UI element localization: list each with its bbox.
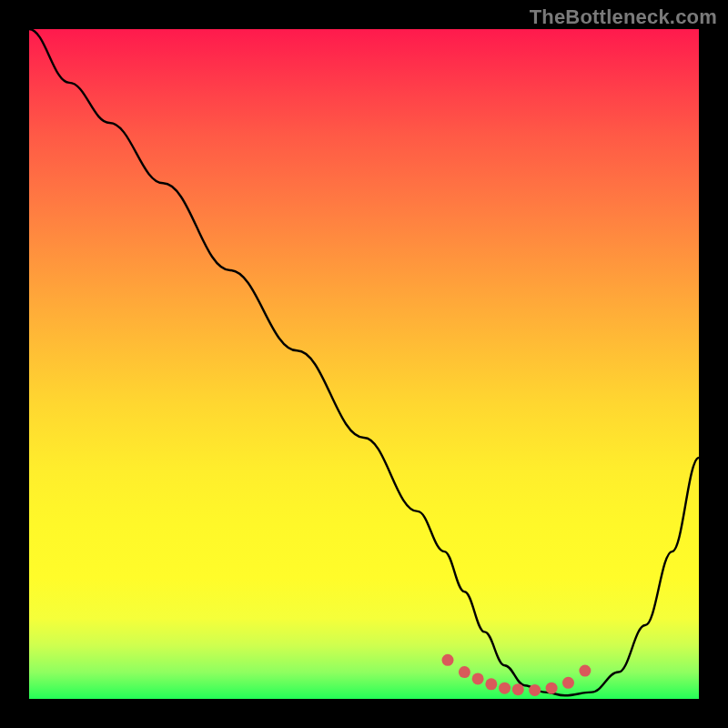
plot-area [29,29,699,699]
highlight-dot [512,683,524,695]
chart-container: TheBottleneck.com [0,0,728,728]
highlight-dot [546,682,558,694]
highlight-dot [579,665,591,677]
highlight-dot [529,684,541,696]
highlight-dot [499,682,511,694]
highlight-dot [442,654,454,666]
chart-svg [29,29,699,699]
highlight-dot [459,666,470,678]
bottleneck-curve [29,29,699,695]
highlight-dot [472,672,484,684]
highlight-dot [562,677,574,689]
highlight-dot [485,678,497,690]
watermark-text: TheBottleneck.com [530,5,717,29]
highlight-dots [442,654,592,696]
